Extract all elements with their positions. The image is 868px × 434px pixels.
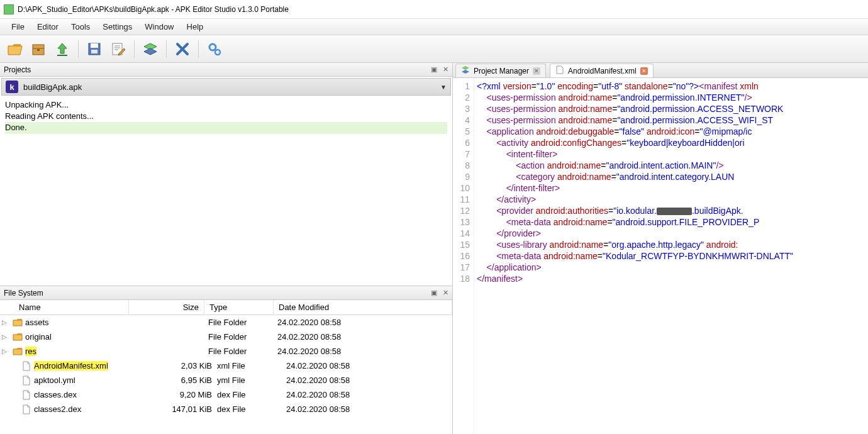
tab-label: Project Manager xyxy=(474,67,529,75)
code-line[interactable]: </intent-filter> xyxy=(477,182,868,194)
line-number: 6 xyxy=(453,137,470,148)
toolbar-open-icon[interactable] xyxy=(4,38,25,60)
col-name[interactable]: Name xyxy=(0,300,129,314)
col-type[interactable]: Type xyxy=(204,300,274,314)
menu-editor[interactable]: Editor xyxy=(31,20,65,33)
menu-help[interactable]: Help xyxy=(181,20,210,33)
tab-project-manager[interactable]: Project Manager✕ xyxy=(455,64,546,77)
undock-icon[interactable]: ▣ xyxy=(430,65,438,74)
folder-row[interactable]: ▷originalFile Folder24.02.2020 08:58 xyxy=(0,330,452,344)
code-line[interactable]: </activity> xyxy=(477,194,868,205)
undock-icon[interactable]: ▣ xyxy=(430,288,438,297)
folder-row[interactable]: ▷assetsFile Folder24.02.2020 08:58 xyxy=(0,315,452,330)
projects-header: Projects ▣ ✕ xyxy=(0,63,452,77)
filesystem-header: File System ▣ ✕ xyxy=(0,286,452,300)
svg-rect-2 xyxy=(57,55,67,56)
toolbar-separator xyxy=(198,40,199,58)
code-body[interactable]: <?xml version="1.0" encoding="utf-8" sta… xyxy=(474,78,868,434)
row-date: 24.02.2020 08:58 xyxy=(286,376,452,385)
toolbar-gears-icon[interactable] xyxy=(204,38,225,60)
row-date: 24.02.2020 08:58 xyxy=(277,318,452,327)
svg-rect-1 xyxy=(37,49,40,51)
file-row[interactable]: apktool.yml6,95 KiByml File24.02.2020 08… xyxy=(0,373,452,387)
close-panel-icon[interactable]: ✕ xyxy=(441,288,450,297)
menu-tools[interactable]: Tools xyxy=(65,20,96,33)
toolbar-layers-icon[interactable] xyxy=(140,38,161,60)
file-row[interactable]: classes.dex9,20 MiBdex File24.02.2020 08… xyxy=(0,387,452,402)
projects-panel: Projects ▣ ✕ k buildBigApk.apk ▼ Unpacki… xyxy=(0,63,452,286)
code-line[interactable]: <meta-data android:name="Kodular_RCWTFYP… xyxy=(477,250,868,262)
tab-close-icon[interactable]: ✕ xyxy=(640,67,648,75)
col-date[interactable]: Date Modified xyxy=(274,300,452,314)
tab-close-icon[interactable]: ✕ xyxy=(533,67,540,75)
toolbar-up-arrow-icon[interactable] xyxy=(52,38,73,60)
svg-point-8 xyxy=(215,50,220,55)
file-row[interactable]: classes2.dex147,01 KiBdex File24.02.2020… xyxy=(0,402,452,416)
menu-file[interactable]: File xyxy=(5,20,31,33)
code-line[interactable]: <uses-permission android:name="android.p… xyxy=(477,103,868,114)
toolbar-edit-page-icon[interactable] xyxy=(108,38,129,60)
tab-androidmanifest-xml[interactable]: AndroidManifest.xml✕ xyxy=(550,64,654,77)
line-number: 3 xyxy=(453,103,470,114)
dropdown-icon[interactable]: ▼ xyxy=(440,84,447,91)
file-icon xyxy=(21,361,31,371)
code-line[interactable]: </manifest> xyxy=(477,273,868,284)
line-number: 9 xyxy=(453,171,470,182)
code-line[interactable]: <category android:name="android.intent.c… xyxy=(477,171,868,182)
code-line[interactable]: <uses-permission android:name="android.p… xyxy=(477,114,868,126)
code-line[interactable]: <application android:debuggable="false" … xyxy=(477,126,868,137)
line-number: 4 xyxy=(453,114,470,126)
filesystem-rows: ▷assetsFile Folder24.02.2020 08:58▷origi… xyxy=(0,315,452,434)
filesystem-panel: File System ▣ ✕ Name Size Type Date Modi… xyxy=(0,286,452,434)
row-name: apktool.yml xyxy=(34,376,142,385)
code-line[interactable]: <uses-library android:name="org.apache.h… xyxy=(477,239,868,250)
menu-settings[interactable]: Settings xyxy=(96,20,138,33)
expand-icon[interactable]: ▷ xyxy=(0,333,9,340)
code-line[interactable]: <action android:name="android.intent.act… xyxy=(477,160,868,171)
row-type: dex File xyxy=(217,390,286,399)
row-name: classes.dex xyxy=(34,390,142,399)
menu-window[interactable]: Window xyxy=(138,20,180,33)
close-panel-icon[interactable]: ✕ xyxy=(441,65,450,74)
editor-tabs: Project Manager✕AndroidManifest.xml✕ xyxy=(453,63,868,78)
log-area: Unpacking APK...Reading APK contents...D… xyxy=(0,97,452,286)
folder-row[interactable]: ▷resFile Folder24.02.2020 08:58 xyxy=(0,344,452,359)
code-line[interactable]: </provider> xyxy=(477,228,868,239)
filesystem-columns: Name Size Type Date Modified xyxy=(0,300,452,315)
filesystem-title: File System xyxy=(4,289,43,298)
toolbar-separator xyxy=(134,40,135,58)
line-gutter: 123456789101112131415161718 xyxy=(453,78,474,434)
toolbar-close-x-icon[interactable] xyxy=(172,38,193,60)
folder-icon xyxy=(13,347,23,357)
expand-icon[interactable]: ▷ xyxy=(0,319,9,326)
toolbar-box-icon[interactable] xyxy=(28,38,49,60)
app-icon xyxy=(4,4,14,14)
col-size[interactable]: Size xyxy=(129,300,204,314)
file-row[interactable]: AndroidManifest.xml2,03 KiBxml File24.02… xyxy=(0,359,452,373)
line-number: 17 xyxy=(453,262,470,273)
right-column: Project Manager✕AndroidManifest.xml✕ 123… xyxy=(453,63,868,434)
toolbar-save-icon[interactable] xyxy=(84,38,105,60)
code-editor[interactable]: 123456789101112131415161718 <?xml versio… xyxy=(453,78,868,434)
file-icon xyxy=(555,65,564,76)
expand-icon[interactable]: ▷ xyxy=(0,348,9,355)
tab-label: AndroidManifest.xml xyxy=(568,67,637,75)
code-line[interactable]: <provider android:authorities="io.kodula… xyxy=(477,205,868,216)
row-type: File Folder xyxy=(208,332,277,342)
line-number: 8 xyxy=(453,160,470,171)
row-date: 24.02.2020 08:58 xyxy=(277,332,452,342)
row-name: AndroidManifest.xml xyxy=(34,361,142,370)
code-line[interactable]: <meta-data android:name="android.support… xyxy=(477,216,868,228)
code-line[interactable]: <intent-filter> xyxy=(477,148,868,160)
line-number: 12 xyxy=(453,205,470,216)
apk-selector[interactable]: k buildBigApk.apk ▼ xyxy=(1,78,451,96)
code-line[interactable]: <?xml version="1.0" encoding="utf-8" sta… xyxy=(477,81,868,92)
code-line[interactable]: <uses-permission android:name="android.p… xyxy=(477,92,868,103)
line-number: 1 xyxy=(453,81,470,92)
code-line[interactable]: <activity android:configChanges="keyboar… xyxy=(477,137,868,148)
code-line[interactable]: </application> xyxy=(477,262,868,273)
toolbar-separator xyxy=(166,40,167,58)
row-size: 147,01 KiB xyxy=(142,404,217,414)
svg-rect-4 xyxy=(91,43,98,48)
log-line: Unpacking APK... xyxy=(5,99,447,111)
